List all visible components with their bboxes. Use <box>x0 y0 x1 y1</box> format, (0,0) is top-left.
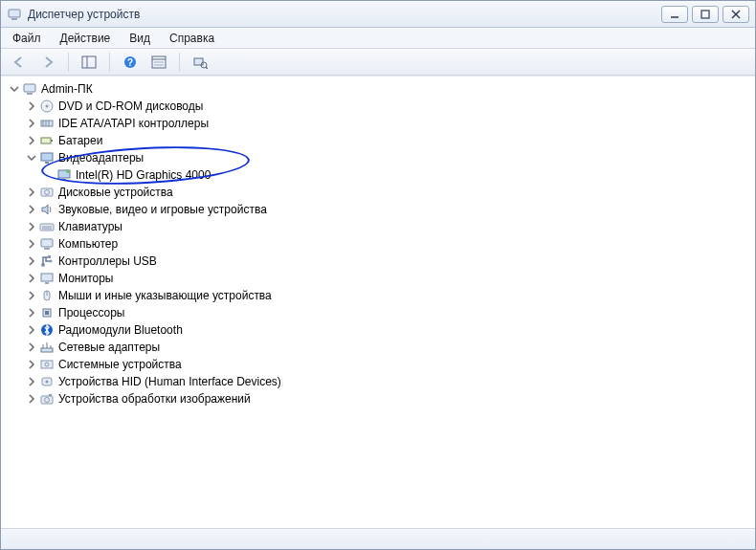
expander-icon[interactable] <box>26 341 37 353</box>
minimize-button[interactable] <box>661 6 688 23</box>
expander-icon[interactable] <box>26 376 37 387</box>
expander-icon[interactable] <box>26 290 37 301</box>
computer-icon <box>39 236 55 252</box>
svg-rect-53 <box>41 361 53 368</box>
toolbar-separator <box>179 53 180 72</box>
svg-rect-43 <box>45 282 49 284</box>
tree-device[interactable]: Intel(R) HD Graphics 4000 <box>9 166 747 184</box>
tree-category-label: Мониторы <box>56 272 113 285</box>
menu-action[interactable]: Действие <box>51 28 121 48</box>
battery-icon <box>39 133 55 148</box>
svg-rect-0 <box>9 10 20 17</box>
titlebar: Диспетчер устройств <box>1 1 755 28</box>
svg-rect-28 <box>45 162 49 164</box>
svg-rect-17 <box>24 84 35 92</box>
tree-category-label: Контроллеры USB <box>56 254 157 268</box>
expander-icon[interactable] <box>26 273 37 284</box>
tree-category-label: Радиомодули Bluetooth <box>56 323 183 337</box>
toolbar-separator <box>68 53 69 72</box>
tree-category[interactable]: Компьютер <box>9 235 747 253</box>
expander-icon[interactable] <box>26 100 37 112</box>
tree-category[interactable]: Процессоры <box>9 304 747 321</box>
maximize-button[interactable] <box>692 6 719 23</box>
toolbar-separator <box>109 53 110 72</box>
disc-icon <box>39 99 55 114</box>
menu-view[interactable]: Вид <box>120 28 160 48</box>
expander-icon[interactable] <box>26 118 37 129</box>
tree-category[interactable]: Видеоадаптеры <box>9 149 747 166</box>
tree-category-label: Устройства обработки изображений <box>56 392 251 406</box>
tree-category-label: Мыши и иные указывающие устройства <box>56 289 272 302</box>
window-controls <box>661 6 749 23</box>
svg-text:?: ? <box>127 57 133 68</box>
tree-device-label: Intel(R) HD Graphics 4000 <box>74 168 211 182</box>
expander-icon[interactable] <box>26 152 37 164</box>
tree-category-label: Процессоры <box>56 306 125 319</box>
expander-icon[interactable] <box>26 255 37 267</box>
tree-category[interactable]: Радиомодули Bluetooth <box>9 321 747 339</box>
mouse-icon <box>39 288 55 303</box>
tree-category[interactable]: Звуковые, видео и игровые устройства <box>9 201 747 218</box>
expander-icon[interactable] <box>26 359 37 370</box>
expander-icon[interactable] <box>26 187 37 198</box>
svg-line-16 <box>206 67 208 69</box>
scan-hardware-button[interactable] <box>188 52 212 73</box>
svg-rect-59 <box>49 394 52 396</box>
tree-category-label: DVD и CD-ROM дисководы <box>56 99 203 113</box>
tree-category[interactable]: Дисковые устройства <box>9 184 747 201</box>
statusbar <box>1 528 755 549</box>
nav-forward-button[interactable] <box>35 52 60 73</box>
svg-rect-47 <box>45 311 49 315</box>
tree-category[interactable]: Мыши и иные указывающие устройства <box>9 287 747 304</box>
system-icon <box>39 357 55 372</box>
svg-point-56 <box>46 381 49 384</box>
tree-category-label: Видеоадаптеры <box>56 151 144 165</box>
tree-category[interactable]: Контроллеры USB <box>9 253 747 270</box>
tree-category-label: Компьютер <box>56 237 118 251</box>
expander-icon[interactable] <box>26 221 37 232</box>
svg-point-20 <box>46 105 49 108</box>
expander-icon[interactable] <box>26 307 37 319</box>
tree-category-label: Системные устройства <box>56 358 182 371</box>
tree-category[interactable]: DVD и CD-ROM дисководы <box>9 98 747 115</box>
tree-category-label: Звуковые, видео и игровые устройства <box>56 203 267 216</box>
monitor-icon <box>39 271 55 286</box>
tree-category[interactable]: Устройства HID (Human Interface Devices) <box>9 373 747 390</box>
svg-rect-30 <box>62 179 66 181</box>
expander-icon[interactable] <box>26 238 37 250</box>
tree-category[interactable]: IDE ATA/ATAPI контроллеры <box>9 115 747 132</box>
tree-category[interactable]: Клавиатуры <box>9 218 747 235</box>
nav-back-button[interactable] <box>7 52 32 73</box>
svg-rect-3 <box>701 11 709 18</box>
svg-point-31 <box>66 169 70 173</box>
help-button[interactable]: ? <box>118 52 143 73</box>
hdd-icon <box>39 185 55 200</box>
tree-category[interactable]: Сетевые адаптеры <box>9 339 747 356</box>
expander-icon[interactable] <box>26 393 37 405</box>
device-tree-panel[interactable]: Admin-ПКDVD и CD-ROM дисководыIDE ATA/AT… <box>1 76 755 528</box>
computer-icon <box>22 81 37 97</box>
svg-rect-41 <box>48 255 51 258</box>
tree-category[interactable]: Системные устройства <box>9 356 747 373</box>
expander-icon[interactable] <box>26 204 37 215</box>
expander-icon[interactable] <box>9 83 20 95</box>
display-icon <box>39 150 55 165</box>
tree-category[interactable]: Батареи <box>9 132 747 149</box>
tree-category-label: IDE ATA/ATAPI контроллеры <box>56 117 209 130</box>
svg-rect-18 <box>27 93 33 95</box>
expander-icon[interactable] <box>26 135 37 146</box>
properties-button[interactable] <box>146 52 171 73</box>
tree-root[interactable]: Admin-ПК <box>9 80 747 98</box>
svg-rect-1 <box>11 18 17 20</box>
expander-icon[interactable] <box>26 324 37 336</box>
menu-file[interactable]: Файл <box>3 28 51 48</box>
close-button[interactable] <box>723 6 749 23</box>
tree-category[interactable]: Устройства обработки изображений <box>9 390 747 407</box>
keyboard-icon <box>39 219 55 234</box>
svg-rect-25 <box>41 138 51 143</box>
svg-rect-38 <box>44 248 50 250</box>
show-hide-tree-button[interactable] <box>77 52 101 73</box>
tree-category[interactable]: Мониторы <box>9 270 747 287</box>
menu-help[interactable]: Справка <box>160 28 224 48</box>
svg-rect-26 <box>51 140 53 142</box>
